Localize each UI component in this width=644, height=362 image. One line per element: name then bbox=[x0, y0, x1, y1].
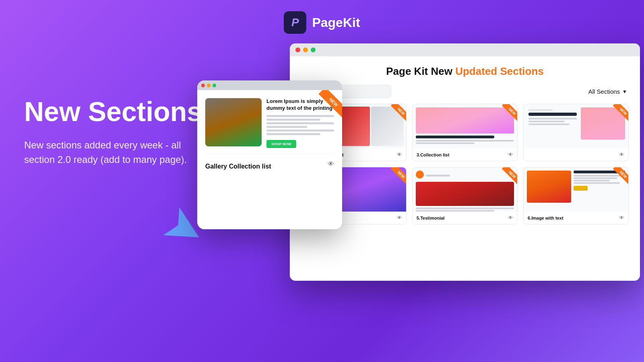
card-collection-list[interactable]: 3.Collection list 👁 bbox=[412, 104, 518, 161]
top-header: P PageKit bbox=[0, 0, 644, 42]
testimonial-avatar bbox=[416, 171, 424, 179]
hero-section: New Sections New sections added every we… bbox=[24, 97, 205, 167]
page-title-accent: Updated Sections bbox=[455, 65, 544, 77]
card-footer-2: 3.Collection list 👁 bbox=[413, 148, 517, 161]
card-label-2: 3.Collection list bbox=[417, 152, 449, 157]
fc-eye-icon[interactable]: 👁 bbox=[328, 160, 334, 168]
eye-icon-4[interactable]: 👁 bbox=[397, 215, 402, 221]
page-title: Page Kit New Updated Sections bbox=[301, 65, 629, 78]
card-testimonial[interactable]: 5.Testimonial 👁 bbox=[412, 167, 518, 224]
card-footer-6: 6.Image with text 👁 bbox=[524, 212, 628, 224]
fc-new-label: NEW bbox=[319, 90, 342, 117]
eye-icon-1[interactable]: 👁 bbox=[397, 152, 402, 158]
card6-image bbox=[527, 171, 571, 203]
card-footer-3: 👁 bbox=[524, 148, 628, 161]
fc-new-ribbon-container: NEW bbox=[306, 90, 342, 126]
fc-minimize-dot bbox=[207, 84, 211, 87]
fc-card-title: Gallery Collection list bbox=[205, 163, 271, 170]
card-image-with-text[interactable]: 6.Image with text 👁 bbox=[523, 167, 629, 224]
card6-shop-btn bbox=[574, 186, 588, 191]
floating-card: NEW Lorem Ipsum is simply dummy text of … bbox=[197, 80, 342, 229]
collection-text bbox=[416, 136, 514, 144]
fc-body-line-4 bbox=[266, 126, 307, 128]
sections-grid: 2.Images with text 👁 bbox=[301, 104, 629, 224]
browser-content: Page Kit New Updated Sections sections A… bbox=[290, 56, 640, 224]
card-label-5: 5.Testimonial bbox=[417, 216, 444, 220]
page-title-area: Page Kit New Updated Sections bbox=[301, 65, 629, 78]
new-ribbon-6 bbox=[607, 167, 629, 188]
hero-subtitle: New sections added every week - all sect… bbox=[24, 138, 205, 167]
fc-body-line-6 bbox=[266, 133, 320, 135]
filter-bar: sections All Sections ▼ bbox=[301, 85, 629, 98]
new-ribbon-4 bbox=[385, 167, 407, 188]
all-sections-dropdown[interactable]: All Sections ▼ bbox=[588, 88, 627, 95]
new-ribbon-1 bbox=[385, 104, 407, 125]
card-footer-5: 5.Testimonial 👁 bbox=[413, 212, 517, 224]
logo-box: P bbox=[284, 11, 306, 34]
eye-icon-5[interactable]: 👁 bbox=[508, 215, 513, 221]
page-title-plain: Page Kit New bbox=[386, 65, 455, 77]
eye-icon-3[interactable]: 👁 bbox=[619, 152, 624, 158]
chevron-down-icon: ▼ bbox=[622, 89, 627, 95]
thumb-red bbox=[338, 107, 370, 146]
close-dot bbox=[295, 47, 300, 52]
hero-title: New Sections bbox=[24, 97, 205, 127]
card-placeholder[interactable]: 👁 bbox=[523, 104, 629, 161]
new-ribbon-2 bbox=[496, 104, 518, 125]
fc-close-dot bbox=[201, 84, 205, 87]
eye-icon-6[interactable]: 👁 bbox=[619, 215, 624, 221]
logo-icon: P bbox=[291, 16, 299, 29]
fc-body-line-5 bbox=[266, 130, 334, 132]
minimize-dot bbox=[303, 47, 308, 52]
new-ribbon-3 bbox=[607, 104, 629, 125]
fc-maximize-dot bbox=[213, 84, 216, 87]
card-label-6: 6.Image with text bbox=[528, 216, 564, 220]
new-ribbon-5 bbox=[496, 167, 518, 188]
dropdown-label: All Sections bbox=[588, 88, 620, 95]
browser-bar bbox=[290, 43, 640, 56]
browser-window: Page Kit New Updated Sections sections A… bbox=[290, 43, 640, 281]
floating-card-bar bbox=[197, 80, 342, 90]
fc-main-image bbox=[205, 98, 262, 146]
fc-shop-btn[interactable]: SHOP NOW bbox=[266, 140, 296, 148]
maximize-dot bbox=[311, 47, 316, 52]
brand-name: PageKit bbox=[312, 15, 360, 30]
eye-icon-2[interactable]: 👁 bbox=[508, 152, 513, 158]
